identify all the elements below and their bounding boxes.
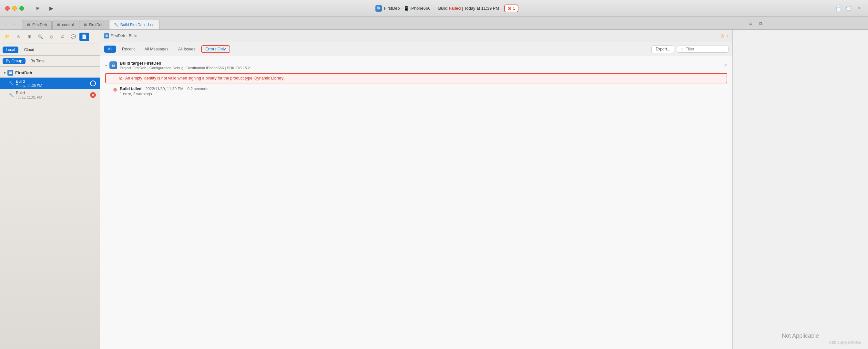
- build-failed-label: Build failed: [120, 87, 142, 91]
- clock-icon[interactable]: 🕐: [845, 4, 852, 12]
- tabbar: ‹ › 🏛 FirstDeb ⊞ control ⊞ FirstDeb 🔧 Bu…: [0, 17, 868, 30]
- build-failed-duration: 0.2 seconds: [187, 87, 208, 91]
- sidebar-tool-warn[interactable]: ⚠: [13, 33, 23, 41]
- tab-prev-button[interactable]: ‹: [3, 20, 10, 27]
- section-info: Build target FirstDeb Project FirstDeb |…: [120, 61, 722, 70]
- tabbar-right-icons: 📄 🕐 ?: [834, 4, 863, 12]
- build-status-state: Failed: [449, 6, 461, 11]
- filter-errors-only-button[interactable]: Errors Only: [201, 45, 230, 53]
- scope-local-button[interactable]: Local: [3, 47, 19, 53]
- breadcrumb-project-icon: 🏛: [104, 33, 109, 38]
- build-badge-old: ✕: [90, 92, 96, 98]
- nav-prev-button[interactable]: ‹: [716, 33, 718, 38]
- build-status-time: Today at 11:39 PM: [464, 6, 499, 11]
- maximize-button[interactable]: [19, 6, 24, 11]
- breadcrumb-build: Build: [129, 34, 137, 38]
- sidebar-toggle-button[interactable]: ⊞: [33, 4, 42, 12]
- lines-icon[interactable]: ≡: [747, 20, 754, 27]
- breadcrumb-arrow-1: ›: [401, 6, 403, 10]
- filter-input-wrap: ⊙: [677, 46, 728, 53]
- panel-toolbar: 🏛 FirstDeb › Build ‹ ⚠ ›: [100, 30, 733, 42]
- tab-firstdeb[interactable]: 🏛 FirstDeb: [22, 20, 52, 29]
- app-name-label: FirstDeb: [384, 6, 400, 11]
- sidebar-group-bar: By Group By Time: [0, 56, 100, 66]
- right-panel: Not Applicable: [733, 30, 868, 349]
- tabbar-right: ≡ ⧉: [747, 20, 765, 29]
- tab-firstdeb2[interactable]: ⊞ FirstDeb: [79, 20, 108, 29]
- group-by-group-button[interactable]: By Group: [3, 58, 26, 64]
- tab-build-icon: 🔧: [114, 23, 119, 27]
- error-count: 1: [513, 6, 515, 11]
- play-button[interactable]: ▶: [46, 4, 56, 12]
- tab-nav: ‹ ›: [3, 20, 18, 29]
- tab-next-button[interactable]: ›: [11, 20, 18, 27]
- group-by-time-button[interactable]: By Time: [27, 58, 48, 64]
- tab-control-label: control: [62, 23, 73, 27]
- scope-cloud-button[interactable]: Cloud: [21, 47, 37, 53]
- close-button[interactable]: [5, 6, 10, 11]
- build-time-old: Today, 11:01 PM: [16, 95, 88, 99]
- sidebar-content: ▾ 🏛 FirstDeb 🔧 Build Today, 11:39 PM 🔧 B…: [0, 66, 100, 349]
- nav-next-button[interactable]: ›: [727, 33, 728, 38]
- filter-bar-right: Export... ⊙: [651, 45, 728, 53]
- export-button[interactable]: Export...: [651, 45, 674, 53]
- build-section-header: ▾ 🏛 Build target FirstDeb Project FirstD…: [100, 59, 733, 72]
- filter-all-messages-button[interactable]: All Messages: [141, 46, 173, 53]
- device-section: 📱 iPhone666: [403, 6, 430, 11]
- error-icon: ⊗: [119, 76, 123, 81]
- traffic-lights: [5, 6, 24, 11]
- filter-recent-button[interactable]: Recent: [118, 46, 139, 53]
- filter-bar: All Recent All Messages All Issues Error…: [100, 42, 733, 56]
- help-icon[interactable]: ?: [855, 4, 863, 12]
- section-title: Build target FirstDeb: [120, 61, 722, 66]
- app-icon: 🏛: [375, 5, 382, 11]
- split-view-icon[interactable]: ⧉: [757, 20, 765, 27]
- sidebar-tool-doc[interactable]: 📄: [80, 33, 89, 41]
- build-failed-row: ⊗ Build failed 2022/11/30, 11:39 PM 0.2 …: [100, 85, 733, 98]
- error-badge: ⊗ 1: [504, 4, 518, 12]
- tab-firstdeb-label: FirstDeb: [32, 23, 47, 27]
- project-icon: 🏛: [7, 70, 13, 76]
- minimize-button[interactable]: [12, 6, 17, 11]
- section-chevron: ▾: [105, 64, 107, 67]
- breadcrumb-sep: ›: [126, 34, 127, 38]
- device-name: iPhone666: [410, 6, 430, 11]
- breadcrumb-project: FirstDeb: [111, 34, 125, 38]
- sidebar-tool-tag[interactable]: 🏷: [58, 33, 67, 41]
- project-chevron: ▾: [4, 71, 5, 75]
- build-failed-icon: ⊗: [113, 87, 117, 93]
- section-menu-button[interactable]: ≡: [724, 62, 727, 68]
- breadcrumb: 🏛 FirstDeb › Build: [104, 33, 137, 38]
- sidebar-toolbar: 📁 ⚠ ⊞ 🔍 ◇ 🏷 💬 📄: [0, 30, 100, 44]
- sidebar: 📁 ⚠ ⊞ 🔍 ◇ 🏷 💬 📄 Local Cloud By Group By …: [0, 30, 100, 349]
- main-content: 📁 ⚠ ⊞ 🔍 ◇ 🏷 💬 📄 Local Cloud By Group By …: [0, 30, 868, 349]
- filter-input[interactable]: [686, 47, 725, 51]
- build-icon-selected: 🔧: [9, 81, 14, 86]
- tab-firstdeb2-icon: ⊞: [84, 23, 87, 27]
- sidebar-scope: Local Cloud: [0, 44, 100, 56]
- error-row: ⊗ An empty identity is not valid when si…: [105, 73, 727, 83]
- doc-icon[interactable]: 📄: [834, 4, 842, 12]
- build-time-selected: Today, 11:39 PM: [16, 84, 88, 88]
- sidebar-tool-search[interactable]: 🔍: [35, 33, 45, 41]
- build-failed-date: 2022/11/30, 11:39 PM: [145, 87, 183, 91]
- sidebar-item-build-old[interactable]: 🔧 Build Today, 11:01 PM ✕: [0, 89, 100, 101]
- sidebar-tool-grid[interactable]: ⊞: [25, 33, 34, 41]
- filter-all-button[interactable]: All: [104, 46, 116, 53]
- build-label-selected: Build: [16, 79, 88, 84]
- build-icon-old: 🔧: [9, 93, 14, 97]
- tab-build-log[interactable]: 🔧 Build FirstDeb - Log: [109, 20, 159, 29]
- build-failed-summary: 1 error, 2 warnings: [120, 92, 208, 96]
- section-icon: 🏛: [110, 61, 117, 69]
- watermark: CSDN @小黑猫成仙: [829, 340, 862, 345]
- build-failed-line1: Build failed 2022/11/30, 11:39 PM 0.2 se…: [120, 87, 208, 91]
- tab-control[interactable]: ⊞ control: [52, 20, 79, 29]
- sidebar-tool-diamond[interactable]: ◇: [46, 33, 56, 41]
- sidebar-item-build-selected[interactable]: 🔧 Build Today, 11:39 PM: [0, 78, 100, 89]
- tab-control-icon: ⊞: [57, 23, 60, 27]
- sidebar-project: ▾ 🏛 FirstDeb: [0, 68, 100, 78]
- sidebar-tool-folder[interactable]: 📁: [3, 33, 12, 41]
- filter-all-issues-button[interactable]: All Issues: [174, 46, 199, 53]
- tab-firstdeb2-label: FirstDeb: [89, 23, 103, 27]
- sidebar-tool-bubble[interactable]: 💬: [68, 33, 78, 41]
